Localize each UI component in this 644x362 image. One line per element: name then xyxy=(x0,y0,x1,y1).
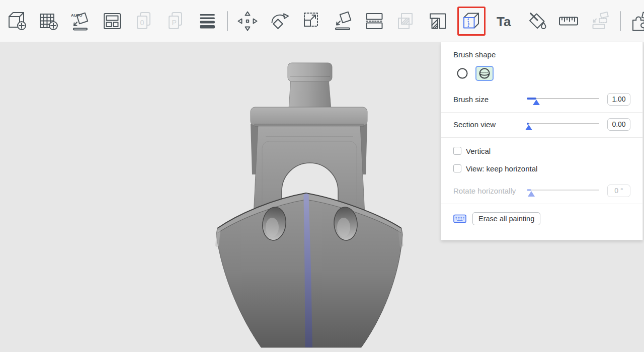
mesh-boolean-icon xyxy=(395,10,417,32)
support-painting-button[interactable] xyxy=(426,9,450,33)
lay-on-face-button[interactable] xyxy=(331,9,355,33)
vertical-checkbox-row[interactable]: Vertical xyxy=(453,146,630,155)
erase-row: Erase all painting xyxy=(453,211,630,227)
main-toolbar: AUTO 0 P xyxy=(0,0,644,42)
panel-divider xyxy=(441,137,642,138)
rotate-icon xyxy=(268,10,290,32)
seam-painting-button[interactable] xyxy=(457,7,486,36)
move-button[interactable] xyxy=(235,9,260,33)
slider-track xyxy=(527,190,599,191)
arrange-button[interactable] xyxy=(100,9,124,33)
section-view-label: Section view xyxy=(453,120,527,129)
assembly-view-icon xyxy=(589,10,611,32)
slider-thumb[interactable] xyxy=(525,125,532,130)
add-object-button[interactable] xyxy=(5,9,29,33)
variable-layer-height-button[interactable] xyxy=(195,9,219,33)
toolbar-separator xyxy=(227,11,228,31)
measure-icon xyxy=(557,10,580,32)
cut-icon xyxy=(363,10,385,32)
assembly-view-button[interactable] xyxy=(588,9,612,33)
vertical-label: Vertical xyxy=(466,147,491,155)
add-plate-icon xyxy=(38,10,60,32)
puzzle-icon xyxy=(629,10,644,32)
scale-button[interactable] xyxy=(299,9,323,33)
brush-shape-options xyxy=(453,65,630,81)
brush-size-row: Brush size 1.00 xyxy=(453,93,630,106)
section-view-value[interactable]: 0.00 xyxy=(607,118,630,131)
slider-track[interactable] xyxy=(527,123,599,124)
scale-icon xyxy=(300,10,322,32)
cut-button[interactable] xyxy=(362,9,386,33)
slider-track[interactable] xyxy=(527,98,599,99)
sphere-brush-icon xyxy=(478,67,491,80)
section-view-slider[interactable] xyxy=(527,118,599,130)
brush-shape-sphere-button[interactable] xyxy=(475,66,494,81)
move-icon xyxy=(236,10,259,32)
keyboard-shortcut-icon xyxy=(453,214,466,224)
brush-shape-circle-button[interactable] xyxy=(453,66,471,81)
split-to-parts-button[interactable]: P xyxy=(164,9,188,33)
seam-painting-icon xyxy=(460,10,482,32)
text-tool-button[interactable]: Ta xyxy=(493,9,517,33)
support-painting-icon xyxy=(427,10,449,32)
seam-painting-panel: Brush shape Brush size 1.00 Section view xyxy=(441,42,643,240)
panel-divider xyxy=(441,112,642,113)
keep-horizontal-label: View: keep horizontal xyxy=(466,164,537,173)
rotate-button[interactable] xyxy=(267,9,291,33)
circle-brush-icon xyxy=(456,67,469,80)
rotate-horizontally-label: Rotate horizontally xyxy=(453,187,527,195)
lay-on-face-icon xyxy=(332,10,354,32)
rotate-horizontally-slider[interactable] xyxy=(527,185,599,197)
add-object-icon xyxy=(6,10,28,32)
rotate-horizontally-value: 0 ° xyxy=(607,185,630,197)
auto-orient-icon: AUTO xyxy=(69,10,92,32)
section-view-row: Section view 0.00 xyxy=(453,118,630,131)
brush-shape-label: Brush shape xyxy=(453,50,630,59)
color-painting-button[interactable] xyxy=(525,9,549,33)
mesh-boolean-button[interactable] xyxy=(394,9,418,33)
slider-thumb[interactable] xyxy=(533,100,540,105)
color-painting-icon xyxy=(526,10,548,32)
brush-size-value[interactable]: 1.00 xyxy=(607,93,630,106)
split-to-objects-button[interactable]: 0 xyxy=(132,9,156,33)
svg-text:P: P xyxy=(172,19,177,27)
benchy-model xyxy=(199,48,410,352)
split-to-parts-icon: P xyxy=(165,10,187,32)
panel-divider xyxy=(441,204,642,204)
rotate-horizontally-row: Rotate horizontally 0 ° xyxy=(453,184,630,197)
slider-thumb xyxy=(528,191,535,197)
measure-button[interactable] xyxy=(556,9,581,33)
erase-all-painting-button[interactable]: Erase all painting xyxy=(472,212,540,225)
svg-text:Ta: Ta xyxy=(497,14,511,29)
split-to-objects-icon: 0 xyxy=(133,10,155,32)
assemble-button[interactable] xyxy=(628,9,644,33)
brush-size-label: Brush size xyxy=(453,95,527,104)
toolbar-separator xyxy=(620,11,621,31)
add-plate-button[interactable] xyxy=(37,9,61,33)
brush-size-slider[interactable] xyxy=(527,93,599,105)
text-tool-icon: Ta xyxy=(494,10,516,32)
layers-icon xyxy=(196,10,218,32)
arrange-icon xyxy=(101,10,123,32)
vertical-checkbox[interactable] xyxy=(453,147,461,155)
auto-orient-button[interactable]: AUTO xyxy=(68,9,93,33)
keep-horizontal-checkbox-row[interactable]: View: keep horizontal xyxy=(453,164,630,173)
svg-text:0: 0 xyxy=(140,19,144,27)
keep-horizontal-checkbox[interactable] xyxy=(453,164,461,172)
